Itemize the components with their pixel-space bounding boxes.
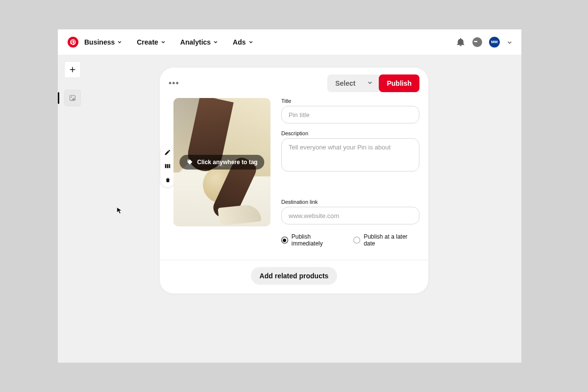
radio-checked-icon (281, 237, 288, 244)
nav-ads[interactable]: Ads (233, 38, 253, 46)
publish-immediately-label: Publish immediately (292, 233, 343, 247)
destination-link-input[interactable] (281, 207, 419, 224)
chevron-down-icon (117, 40, 122, 45)
nav-items: Business Create Analytics Ads (84, 38, 253, 46)
card-footer: Add related products (160, 260, 428, 294)
top-nav: Business Create Analytics Ads MM (58, 29, 521, 55)
nav-business[interactable]: Business (84, 38, 122, 46)
related-button-label: Add related products (260, 272, 329, 280)
new-pin-button[interactable] (65, 62, 80, 77)
image-column: Click anywhere to tag (173, 98, 270, 247)
description-input[interactable] (281, 138, 419, 172)
nav-label: Ads (233, 38, 245, 46)
mini-sidebar (65, 62, 80, 106)
crop-icon[interactable] (164, 163, 171, 170)
link-field-group: Destination link (281, 199, 419, 224)
nav-create[interactable]: Create (137, 38, 166, 46)
board-select-label: Select (335, 79, 355, 87)
svg-rect-3 (167, 164, 169, 168)
avatar-initials: MM (491, 40, 497, 44)
publish-later-label: Publish at a later date (364, 233, 419, 247)
svg-rect-4 (169, 164, 170, 168)
nav-analytics[interactable]: Analytics (180, 38, 218, 46)
bell-icon[interactable] (456, 37, 466, 47)
publish-immediately-option[interactable]: Publish immediately (281, 233, 343, 247)
nav-label: Create (137, 38, 158, 46)
nav-label: Analytics (180, 38, 211, 46)
board-select[interactable]: Select (327, 74, 379, 92)
publish-schedule-group: Publish immediately Publish at a later d… (281, 233, 419, 247)
chevron-down-icon (161, 40, 166, 45)
cursor-icon (117, 207, 122, 215)
title-label: Title (281, 98, 419, 104)
tag-overlay[interactable]: Click anywhere to tag (179, 155, 264, 170)
draft-thumbnail[interactable] (65, 90, 80, 106)
delete-icon[interactable] (164, 176, 171, 183)
publish-button[interactable]: Publish (379, 74, 419, 92)
edit-icon[interactable] (164, 149, 171, 156)
svg-point-1 (71, 97, 72, 98)
nav-label: Business (84, 38, 115, 46)
pin-image[interactable]: Click anywhere to tag (173, 98, 270, 226)
radio-unchecked-icon (353, 237, 360, 244)
link-label: Destination link (281, 199, 419, 205)
pinterest-logo-icon[interactable] (68, 37, 78, 48)
workspace: ••• Select Publish (58, 55, 521, 363)
pin-editor-card: ••• Select Publish (160, 68, 428, 294)
app-window: Business Create Analytics Ads MM (58, 29, 521, 363)
form-column: Title Description Destination link (281, 98, 419, 247)
chevron-down-icon (367, 79, 373, 87)
title-input[interactable] (281, 106, 419, 123)
tag-overlay-label: Click anywhere to tag (197, 159, 257, 166)
chevron-down-icon (248, 40, 253, 45)
image-tools (161, 145, 174, 187)
publish-label: Publish (387, 79, 412, 87)
more-options-icon[interactable]: ••• (169, 78, 179, 89)
tag-icon (186, 159, 193, 166)
svg-rect-2 (165, 164, 167, 168)
title-field-group: Title (281, 98, 419, 123)
avatar[interactable]: MM (489, 37, 500, 48)
header-right: MM (456, 37, 512, 48)
description-label: Description (281, 130, 419, 136)
chat-icon[interactable] (472, 37, 482, 47)
card-top: ••• Select Publish (160, 68, 428, 95)
publish-later-option[interactable]: Publish at a later date (353, 233, 419, 247)
chevron-down-icon (213, 40, 218, 45)
account-chevron-down-icon[interactable] (507, 40, 512, 45)
description-field-group: Description (281, 130, 419, 173)
add-related-products-button[interactable]: Add related products (251, 267, 338, 285)
